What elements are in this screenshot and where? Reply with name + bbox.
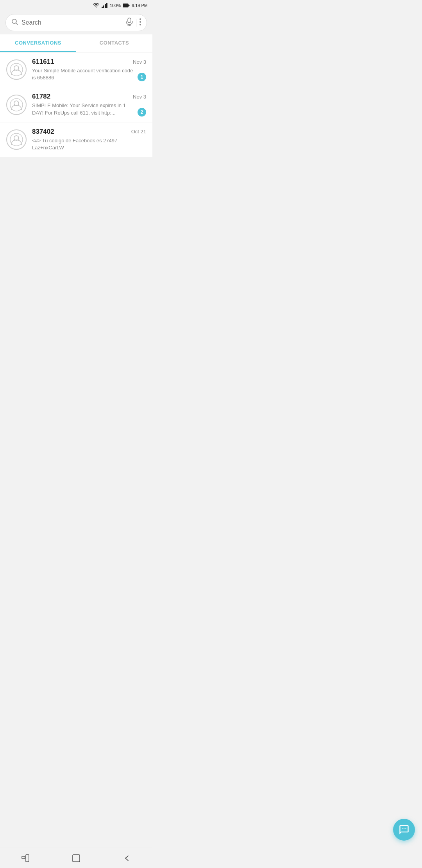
battery-percent: 100%: [110, 3, 121, 8]
conversation-content: 837402 Oct 21 <#> Tu codigo de Facebook …: [32, 128, 146, 151]
contact-name: 61782: [32, 93, 50, 100]
search-input[interactable]: [21, 19, 126, 26]
time: 6:19 PM: [132, 3, 148, 8]
conversation-list: 611611 Nov 3 Your Simple Mobile account …: [0, 52, 152, 157]
contact-name: 837402: [32, 128, 54, 136]
svg-rect-9: [128, 18, 131, 23]
conversation-content: 61782 Nov 3 SIMPLE Mobile: Your Service …: [32, 93, 146, 116]
wifi-icon: [93, 3, 100, 8]
svg-point-17: [14, 101, 19, 106]
svg-line-8: [16, 23, 18, 25]
svg-point-13: [139, 21, 141, 23]
svg-point-14: [139, 24, 141, 25]
battery-icon: [123, 3, 130, 8]
svg-point-18: [10, 99, 23, 111]
svg-point-19: [14, 136, 19, 140]
svg-rect-3: [106, 3, 107, 8]
avatar: [6, 59, 27, 80]
svg-rect-1: [103, 5, 104, 8]
svg-point-15: [14, 66, 19, 70]
divider: [136, 19, 136, 27]
search-bar-container: [0, 11, 152, 34]
svg-rect-0: [102, 7, 103, 8]
avatar: [6, 129, 27, 150]
svg-point-16: [10, 63, 23, 76]
conversation-item[interactable]: 611611 Nov 3 Your Simple Mobile account …: [0, 52, 152, 87]
unread-badge: 2: [138, 108, 146, 117]
status-bar: 100% 6:19 PM: [0, 0, 152, 11]
search-bar[interactable]: [5, 14, 147, 31]
message-preview: <#> Tu codigo de Facebook es 27497 Laz+n…: [32, 137, 144, 151]
svg-rect-6: [129, 5, 130, 6]
conversation-item[interactable]: 61782 Nov 3 SIMPLE Mobile: Your Service …: [0, 87, 152, 122]
search-icon: [11, 18, 18, 27]
tabs: CONVERSATIONS CONTACTS: [0, 34, 152, 52]
message-preview: Your Simple Mobile account verification …: [32, 67, 135, 81]
avatar: [6, 95, 27, 115]
tab-contacts[interactable]: CONTACTS: [76, 34, 152, 52]
tab-conversations[interactable]: CONVERSATIONS: [0, 34, 76, 52]
svg-rect-2: [105, 4, 106, 8]
svg-point-20: [10, 133, 23, 146]
conversation-content: 611611 Nov 3 Your Simple Mobile account …: [32, 58, 146, 81]
more-options-icon[interactable]: [139, 18, 141, 27]
contact-name: 611611: [32, 58, 54, 66]
message-date: Nov 3: [133, 59, 146, 65]
microphone-icon[interactable]: [126, 18, 133, 28]
status-icons: 100% 6:19 PM: [93, 3, 148, 8]
message-date: Nov 3: [133, 94, 146, 100]
message-date: Oct 21: [131, 129, 146, 135]
message-preview: SIMPLE Mobile: Your Service expires in 1…: [32, 102, 135, 116]
conversation-item[interactable]: 837402 Oct 21 <#> Tu codigo de Facebook …: [0, 122, 152, 157]
unread-badge: 1: [138, 73, 146, 81]
svg-point-12: [139, 18, 141, 20]
signal-icon: [102, 3, 108, 8]
svg-rect-5: [123, 4, 128, 7]
